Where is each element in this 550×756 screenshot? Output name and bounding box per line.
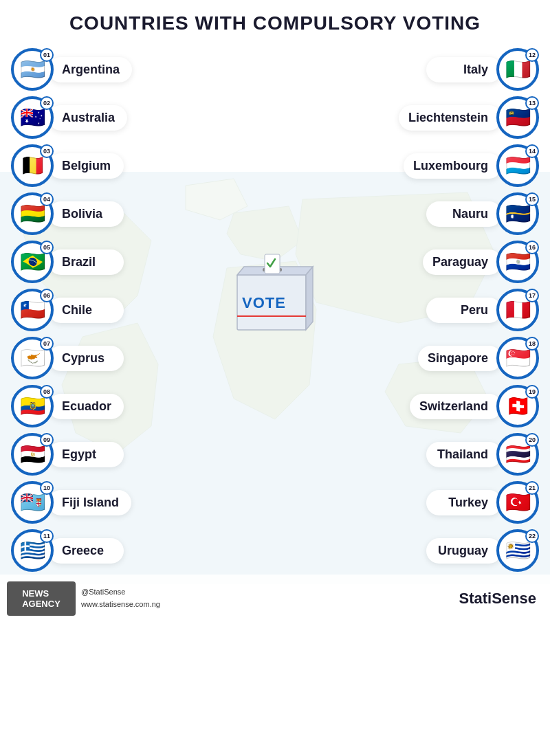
logo-text: NEWSAGENCY [22, 588, 60, 609]
country-label-16: Paraguay [423, 249, 502, 275]
number-badge-05: 05 [40, 241, 54, 254]
flag-ring-14: 🇱🇺 14 [496, 144, 539, 187]
country-item-left-03: 🇧🇪 03 Belgium [11, 144, 216, 187]
flag-12: 🇮🇹 [505, 59, 531, 80]
flag-ring-22: 🇺🇾 22 [496, 529, 539, 572]
svg-marker-3 [306, 267, 313, 330]
flag-07: 🇨🇾 [20, 348, 45, 368]
vote-box-container: VOTE VOTE [227, 247, 323, 340]
flag-ring-16: 🇵🇾 16 [496, 241, 539, 283]
country-label-13: Liechtenstein [399, 105, 502, 131]
flag-21: 🇹🇷 [505, 492, 531, 513]
number-badge-01: 01 [40, 48, 54, 62]
social-handle: @StatiSense [81, 586, 160, 599]
number-badge-02: 02 [40, 96, 54, 110]
number-badge-11: 11 [40, 529, 54, 543]
footer-left: NEWSAGENCY @StatiSense www.statisense.co… [7, 581, 160, 616]
number-badge-18: 18 [525, 337, 539, 351]
flag-ring-12: 🇮🇹 12 [496, 48, 539, 91]
country-item-right-18: 🇸🇬 18 Singapore [418, 337, 539, 379]
content-area: 🇦🇷 01 Argentina 🇦🇺 02 Australia 🇧🇪 03 Be… [0, 41, 550, 572]
flag-ring-13: 🇱🇮 13 [496, 96, 539, 139]
flag-06: 🇨🇱 [20, 300, 45, 320]
flag-18: 🇸🇬 [505, 348, 531, 368]
country-item-right-22: 🇺🇾 22 Uruguay [426, 529, 539, 572]
country-label-18: Singapore [418, 346, 502, 371]
country-item-left-10: 🇫🇯 10 Fiji Island [11, 481, 216, 524]
number-badge-19: 19 [525, 385, 539, 399]
number-badge-04: 04 [40, 192, 54, 206]
flag-04: 🇧🇴 [20, 203, 45, 224]
flag-ring-01: 🇦🇷 01 [11, 48, 54, 91]
number-badge-09: 09 [40, 433, 54, 447]
page-title: COUNTRIES WITH COMPULSORY VOTING [0, 0, 550, 41]
country-item-right-14: 🇱🇺 14 Luxembourg [404, 144, 539, 187]
country-label-11: Greece [48, 538, 124, 564]
country-item-right-12: 🇮🇹 12 Italy [426, 48, 539, 91]
footer-social-info: @StatiSense www.statisense.com.ng [81, 586, 160, 610]
number-badge-21: 21 [525, 481, 539, 495]
right-column: 🇮🇹 12 Italy 🇱🇮 13 Liechtenstein 🇱🇺 14 Lu… [330, 48, 543, 572]
country-label-22: Uruguay [426, 538, 502, 564]
footer: NEWSAGENCY @StatiSense www.statisense.co… [0, 575, 550, 623]
flag-ring-17: 🇵🇪 17 [496, 289, 539, 331]
country-item-right-15: 🇳🇷 15 Nauru [426, 192, 539, 235]
flag-ring-06: 🇨🇱 06 [11, 289, 54, 331]
flag-ring-04: 🇧🇴 04 [11, 192, 54, 235]
number-badge-12: 12 [525, 48, 539, 62]
flag-ring-08: 🇪🇨 08 [11, 385, 54, 427]
flag-09: 🇪🇬 [20, 444, 45, 465]
flag-14: 🇱🇺 [505, 155, 531, 176]
country-label-14: Luxembourg [404, 153, 502, 179]
flag-ring-09: 🇪🇬 09 [11, 433, 54, 476]
number-badge-03: 03 [40, 144, 54, 158]
flag-02: 🇦🇺 [20, 107, 45, 128]
country-item-right-13: 🇱🇮 13 Liechtenstein [399, 96, 539, 139]
number-badge-06: 06 [40, 289, 54, 302]
country-label-21: Turkey [426, 490, 502, 515]
flag-19: 🇨🇭 [505, 396, 531, 416]
country-label-20: Thailand [426, 442, 502, 467]
country-label-03: Belgium [48, 153, 124, 179]
country-item-left-04: 🇧🇴 04 Bolivia [11, 192, 216, 235]
flag-17: 🇵🇪 [505, 300, 531, 320]
country-label-07: Cyprus [48, 346, 124, 371]
number-badge-20: 20 [525, 433, 539, 447]
flag-ring-18: 🇸🇬 18 [496, 337, 539, 379]
number-badge-15: 15 [525, 192, 539, 206]
flag-ring-03: 🇧🇪 03 [11, 144, 54, 187]
flag-05: 🇧🇷 [20, 252, 45, 272]
flag-13: 🇱🇮 [505, 107, 531, 128]
number-badge-10: 10 [40, 481, 54, 495]
country-item-left-07: 🇨🇾 07 Cyprus [11, 337, 216, 379]
number-badge-13: 13 [525, 96, 539, 110]
country-label-15: Nauru [426, 201, 502, 227]
country-label-01: Argentina [48, 57, 132, 82]
flag-16: 🇵🇾 [505, 252, 531, 272]
svg-text:VOTE: VOTE [242, 294, 286, 311]
flag-ring-19: 🇨🇭 19 [496, 385, 539, 427]
country-item-right-16: 🇵🇾 16 Paraguay [423, 241, 539, 283]
country-item-left-09: 🇪🇬 09 Egypt [11, 433, 216, 476]
footer-brand: StatiSense [459, 590, 537, 608]
country-label-02: Australia [48, 105, 127, 131]
center-spacer: VOTE VOTE [220, 48, 330, 572]
flag-08: 🇪🇨 [20, 396, 45, 416]
flag-ring-02: 🇦🇺 02 [11, 96, 54, 139]
flag-15: 🇳🇷 [505, 203, 531, 224]
flag-ring-20: 🇹🇭 20 [496, 433, 539, 476]
left-column: 🇦🇷 01 Argentina 🇦🇺 02 Australia 🇧🇪 03 Be… [7, 48, 220, 572]
country-label-12: Italy [426, 57, 502, 82]
number-badge-16: 16 [525, 241, 539, 254]
flag-10: 🇫🇯 [20, 492, 45, 513]
country-item-left-05: 🇧🇷 05 Brazil [11, 241, 216, 283]
country-label-08: Ecuador [48, 394, 124, 419]
country-label-06: Chile [48, 298, 124, 323]
flag-ring-07: 🇨🇾 07 [11, 337, 54, 379]
country-item-left-08: 🇪🇨 08 Ecuador [11, 385, 216, 427]
vote-box-svg: VOTE VOTE [227, 247, 323, 337]
flag-01: 🇦🇷 [20, 59, 45, 80]
flag-03: 🇧🇪 [20, 155, 45, 176]
country-item-left-11: 🇬🇷 11 Greece [11, 529, 216, 572]
country-label-04: Bolivia [48, 201, 124, 227]
